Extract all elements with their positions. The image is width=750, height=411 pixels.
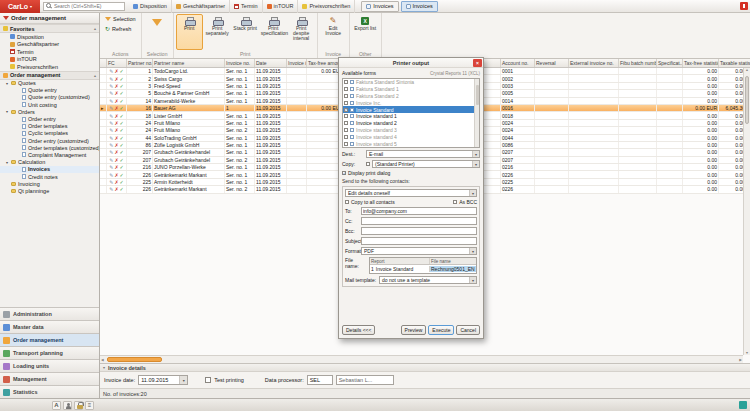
ok-icon[interactable]: ✓ — [120, 120, 124, 126]
edit-icon[interactable]: ✎ — [109, 83, 113, 89]
tree-item[interactable]: Qt planninge — [0, 187, 99, 194]
column-header[interactable]: Reversal — [535, 59, 569, 67]
tree-item[interactable]: Order entry (customized) — [0, 137, 99, 144]
tree-item[interactable]: Quote entry (customized) — [0, 94, 99, 101]
tree-item[interactable]: Invoicing — [0, 180, 99, 187]
edit-icon[interactable]: ✎ — [109, 172, 113, 178]
favorites-header[interactable]: Favorites ▴ — [0, 24, 99, 33]
close-icon[interactable]: × — [473, 59, 482, 67]
copy-to-all-checkbox[interactable] — [345, 200, 349, 204]
as-bcc-checkbox[interactable] — [453, 200, 457, 204]
delete-icon[interactable]: ✗ — [114, 142, 118, 148]
scroll-down-icon[interactable]: ▼ — [744, 351, 750, 355]
data-processor-name-field[interactable]: Sebastian L... — [336, 375, 394, 385]
destination-select[interactable]: E-mail — [366, 150, 480, 158]
favorite-item[interactable]: Termin — [0, 48, 99, 56]
column-header[interactable]: Date — [255, 59, 287, 67]
delete-icon[interactable]: ✗ — [114, 127, 118, 133]
form-list-item[interactable]: Faktura Standard Sintonia — [343, 79, 474, 86]
ok-icon[interactable]: ✓ — [120, 113, 124, 119]
forms-scroll-thumb[interactable] — [476, 85, 479, 105]
cc-input[interactable] — [361, 217, 477, 225]
horizontal-scrollbar[interactable]: ◀ ▶ — [100, 355, 743, 363]
app-logo-button[interactable]: CarLo ▾ — [0, 0, 40, 13]
font-size-icon[interactable] — [52, 401, 61, 410]
form-list-item[interactable]: Faktura Standard 2 — [343, 93, 474, 100]
module-item[interactable]: Management — [0, 372, 99, 385]
horizontal-scroll-thumb[interactable] — [107, 357, 162, 362]
tree-item[interactable]: Unit costing — [0, 101, 99, 108]
pin-icon[interactable] — [740, 2, 748, 10]
ok-icon[interactable]: ✓ — [120, 98, 124, 104]
chevron-down-icon[interactable]: ▾ — [103, 365, 105, 370]
edit-icon[interactable]: ✎ — [109, 90, 113, 96]
delete-icon[interactable]: ✗ — [114, 90, 118, 96]
window-tab-invoices[interactable]: Invoices — [401, 1, 438, 12]
ok-icon[interactable]: ✓ — [120, 186, 124, 192]
execute-button[interactable]: Execute — [428, 325, 454, 335]
delete-icon[interactable]: ✗ — [114, 164, 118, 170]
file-row-filename[interactable]: Rechnung0501_EN — [430, 266, 476, 272]
menu-icon[interactable] — [85, 401, 94, 410]
ok-icon[interactable]: ✓ — [120, 135, 124, 141]
search-input[interactable] — [54, 3, 122, 10]
delete-icon[interactable]: ✗ — [114, 76, 118, 82]
module-item[interactable]: Transport planning — [0, 346, 99, 359]
tree-item[interactable]: Invoices — [0, 166, 99, 173]
toolbar-item[interactable]: inTOUR — [263, 0, 299, 13]
ok-icon[interactable]: ✓ — [120, 142, 124, 148]
lock-icon[interactable] — [74, 401, 83, 410]
export-list-button[interactable]: X Export list — [352, 14, 379, 50]
selection-filter-button[interactable] — [144, 14, 171, 50]
form-list-item[interactable]: Invoice standard 4 — [343, 133, 474, 140]
ok-icon[interactable]: ✓ — [120, 127, 124, 133]
form-checkbox[interactable] — [344, 80, 348, 84]
favorite-item[interactable]: Geschäftspartner — [0, 41, 99, 49]
column-header[interactable]: Tax-free statistical amo... — [683, 59, 719, 67]
cancel-button[interactable]: Cancel — [456, 325, 480, 335]
form-checkbox[interactable] — [344, 114, 348, 118]
edit-invoice-button[interactable]: ✎ Edit Invoice — [320, 14, 347, 50]
data-processor-code-field[interactable]: SEL — [307, 375, 333, 385]
copy-checkbox[interactable] — [366, 162, 370, 166]
window-tab-invoices[interactable]: Invoices — [361, 1, 398, 12]
scroll-up-icon[interactable]: ▲ — [744, 68, 750, 72]
print-button[interactable]: Print — [176, 14, 203, 50]
bcc-input[interactable] — [361, 227, 477, 235]
edit-icon[interactable]: ✎ — [109, 135, 113, 141]
toolbar-item[interactable]: Termin — [230, 0, 263, 13]
delete-icon[interactable]: ✗ — [114, 120, 118, 126]
search-box[interactable] — [43, 2, 125, 11]
column-header[interactable]: Taxable statistical amo... — [719, 59, 750, 67]
tree-item[interactable]: Cyclic templates — [0, 130, 99, 137]
form-list-item[interactable]: Invoice Inc. — [343, 99, 474, 106]
tree-item[interactable]: ▾ Calculation — [0, 159, 99, 166]
delete-icon[interactable]: ✗ — [114, 172, 118, 178]
form-list-item[interactable]: Invoice standard 1 — [343, 113, 474, 120]
edit-icon[interactable]: ✎ — [109, 149, 113, 155]
form-checkbox[interactable] — [344, 121, 348, 125]
refresh-button[interactable]: ↻ Refresh — [102, 24, 134, 33]
preview-button[interactable]: Preview — [401, 325, 427, 335]
edit-icon[interactable]: ✎ — [109, 68, 113, 74]
column-header[interactable]: Fibu batch number — [619, 59, 657, 67]
delete-icon[interactable]: ✗ — [114, 68, 118, 74]
available-forms-list[interactable]: Faktura Standard Sintonia Faktura Standa… — [342, 78, 480, 148]
selection-button[interactable]: Selection — [102, 14, 139, 23]
tree-item[interactable]: ▾ Quotes — [0, 80, 99, 87]
ok-icon[interactable]: ✓ — [120, 68, 124, 74]
delete-icon[interactable]: ✗ — [114, 135, 118, 141]
form-checkbox[interactable] — [344, 108, 348, 112]
print-button[interactable]: Stack print — [232, 14, 259, 50]
file-table-row[interactable]: 1Invoice Standard Rechnung0501_EN — [370, 265, 476, 273]
delete-icon[interactable]: ✗ — [114, 105, 118, 111]
delete-icon[interactable]: ✗ — [114, 157, 118, 163]
print-button[interactable]: Print separately — [204, 14, 231, 50]
module-item[interactable]: Order management — [0, 333, 99, 346]
dialog-titlebar[interactable]: Printer output × — [339, 58, 483, 68]
favorite-item[interactable]: Disposition — [0, 33, 99, 41]
column-header[interactable]: Partner no. — [127, 59, 153, 67]
ok-icon[interactable]: ✓ — [120, 105, 124, 111]
edit-icon[interactable]: ✎ — [109, 98, 113, 104]
column-header[interactable]: Invoice no. — [225, 59, 255, 67]
